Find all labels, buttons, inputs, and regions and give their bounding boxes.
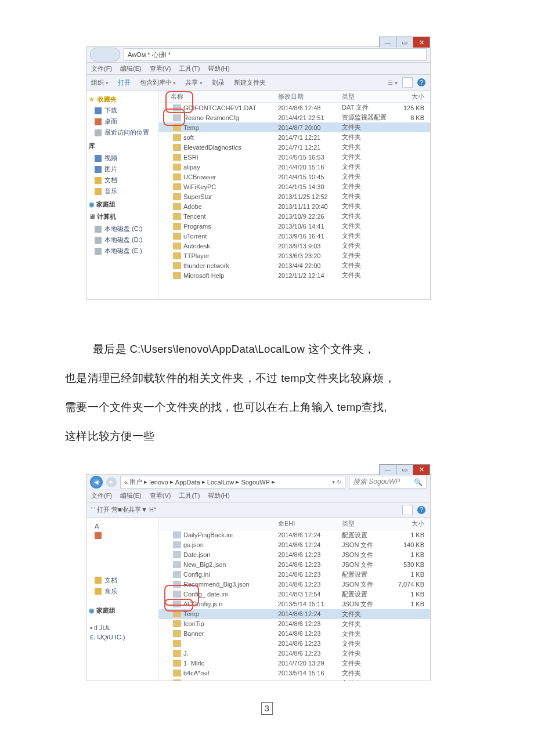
- file-type: 文件夹: [342, 162, 387, 171]
- col-type[interactable]: 类型: [342, 92, 387, 101]
- menu-edit[interactable]: 编辑(E): [120, 491, 142, 500]
- toolbar-burn[interactable]: 刻录: [212, 78, 225, 87]
- back-button[interactable]: ◄: [90, 476, 103, 489]
- file-row[interactable]: Icon2013/5/14 15:11文件夹: [159, 678, 430, 681]
- file-row[interactable]: UCBrowser2014/4/15 10:45文件夹: [159, 172, 430, 182]
- file-row[interactable]: GDIFONTCACHEV1.DAT2014/8/6 12:48DAT 文件12…: [159, 103, 430, 113]
- help-icon[interactable]: ?: [417, 506, 425, 514]
- menu-tools[interactable]: 工具(T): [179, 491, 200, 500]
- col-date[interactable]: 修改日期: [278, 92, 342, 101]
- file-row[interactable]: Resmo ResmonCfg2014/4/21 22:51资源监视器配置8 K…: [159, 113, 430, 122]
- col-size[interactable]: 大小: [387, 519, 430, 528]
- menu-file[interactable]: 文件(F): [91, 491, 112, 500]
- file-row[interactable]: b4cA*n«f2013/5/14 15:16文件夹: [159, 668, 430, 678]
- help-icon[interactable]: ?: [417, 78, 425, 86]
- sidebar-drive-d[interactable]: 本地磁盘 (D:): [88, 234, 157, 245]
- file-row[interactable]: Config_ date.ini2014/8/3 12:54配置设置1 KB: [159, 589, 430, 599]
- search-box[interactable]: 搜索 SogouWP 🔍: [349, 476, 427, 489]
- file-row[interactable]: New_Big2.json2014/8/6 12:23JSON 文件530 KB: [159, 560, 430, 570]
- sidebar-recent[interactable]: 最近访问的位置: [88, 127, 157, 138]
- minimize-button[interactable]: —: [379, 464, 396, 475]
- file-row[interactable]: IconTip2014/8/6 12:23文件夹: [159, 619, 430, 629]
- sidebar-downloads[interactable]: 下载: [88, 105, 157, 116]
- toolbar-include[interactable]: 包含到库中: [140, 78, 176, 87]
- sidebar-libraries[interactable]: 库: [89, 142, 157, 150]
- maximize-button[interactable]: ▭: [396, 37, 413, 48]
- file-row[interactable]: J.2014/8/6 12:23文件夹: [159, 649, 430, 659]
- maximize-button[interactable]: ▭: [396, 464, 413, 475]
- file-row[interactable]: gs.json2014/8/6 12:24JSON 文件140 KB: [159, 540, 430, 550]
- col-ehi[interactable]: 命EHI: [278, 519, 342, 528]
- sidebar-computer[interactable]: 🖥 计算机: [89, 212, 157, 221]
- file-row[interactable]: soft2014/7/1 12:21文件夹: [159, 132, 430, 142]
- preview-pane-icon[interactable]: [402, 77, 413, 88]
- menu-view[interactable]: 查看(V): [150, 64, 171, 73]
- sidebar-music[interactable]: 音乐: [88, 586, 157, 597]
- file-row[interactable]: Adobe2013/11/11 20:40文件夹: [159, 201, 430, 211]
- file-size: 1 KB: [387, 551, 430, 558]
- file-row[interactable]: ESRI2014/5/15 16:53文件夹: [159, 152, 430, 162]
- file-row[interactable]: ACConfig.js n2013/5/14 15:11JSON 文件1 KB: [159, 599, 430, 609]
- file-row[interactable]: uTorrent2013/9/16 16:41文件夹: [159, 231, 430, 241]
- file-row[interactable]: Config.ini2014/8/6 12:23配置设置1 KB: [159, 570, 430, 580]
- view-dropdown-icon[interactable]: ☰ ▾: [388, 79, 398, 86]
- file-row[interactable]: DailyPingBack.ini2014/8/6 12:24配置设置1 KB: [159, 530, 430, 540]
- file-date: 2012/11/2 12:14: [278, 272, 342, 279]
- file-row[interactable]: Tencent2013/10/9 22:26文件夹: [159, 211, 430, 221]
- file-row[interactable]: thunder network2013/4/4 22:00文件夹: [159, 261, 430, 270]
- sidebar-favorites[interactable]: ★收藏夹: [88, 94, 157, 105]
- file-row[interactable]: WiFiKeyPC2014/1/15 14:30文件夹: [159, 182, 430, 191]
- file-type: 文件夹: [342, 649, 387, 658]
- forward-button[interactable]: ►: [106, 477, 117, 487]
- toolbar-open[interactable]: 打开: [118, 78, 131, 87]
- file-row[interactable]: alipay2014/4/20 15:16文件夹: [159, 162, 430, 172]
- toolbar-organize[interactable]: 组织: [91, 78, 109, 87]
- preview-pane-icon[interactable]: [402, 505, 413, 515]
- sidebar-videos[interactable]: 视频: [88, 153, 157, 164]
- col-size[interactable]: 大小: [387, 92, 430, 101]
- file-row[interactable]: 2014/8/6 12:23文件夹: [159, 639, 430, 649]
- sidebar-drive-e[interactable]: 本地磁盘 (E:): [88, 245, 157, 256]
- file-row[interactable]: Date.json2014/8/6 12:23JSON 文件1 KB: [159, 550, 430, 560]
- sidebar-desktop[interactable]: 桌面: [88, 116, 157, 127]
- toolbar-share[interactable]: 共享: [185, 78, 203, 87]
- file-row[interactable]: Autodesk2013/9/13 9:03文件夹: [159, 241, 430, 251]
- back-forward-buttons[interactable]: [90, 48, 120, 62]
- sidebar-homegroup[interactable]: ◉ 家庭组: [89, 200, 157, 209]
- sidebar-ij[interactable]: £. IJQiU IC.): [88, 632, 157, 642]
- sidebar-homegroup[interactable]: ◉ 家庭组: [89, 606, 157, 615]
- menu-edit[interactable]: 编辑(E): [120, 64, 142, 73]
- file-row[interactable]: Recommend_Big3.json2014/8/6 12:23JSON 文件…: [159, 580, 430, 589]
- close-button[interactable]: ✕: [413, 464, 430, 475]
- sidebar-drive-c[interactable]: 本地磁盘 (C:): [88, 223, 157, 234]
- menu-help[interactable]: 帮助(H): [208, 64, 229, 73]
- sidebar-item-a[interactable]: A: [88, 522, 157, 531]
- address-box[interactable]: AwOм * 心册I *: [124, 48, 427, 61]
- minimize-button[interactable]: —: [379, 37, 396, 48]
- col-type[interactable]: 类型: [342, 519, 387, 528]
- sidebar-documents[interactable]: 文档: [88, 575, 157, 586]
- file-row[interactable]: SuperStar2013/11/25 12:52文件夹: [159, 191, 430, 201]
- breadcrumb[interactable]: « 用户 ▸ lenovo ▸ AppData ▸ LocalLow ▸ Sog…: [120, 476, 345, 489]
- sidebar-documents[interactable]: 文档: [88, 175, 157, 186]
- file-type: 文件夹: [342, 620, 387, 628]
- toolbar-newfolder[interactable]: 新建文件夹: [234, 78, 266, 87]
- sidebar-tf[interactable]: • tf JUL: [88, 623, 157, 632]
- sidebar-pictures[interactable]: 图片: [88, 164, 157, 175]
- file-row[interactable]: Banner2014/8/6 12:23文件夹: [159, 629, 430, 639]
- menu-view[interactable]: 查看(V): [150, 491, 171, 500]
- menu-file[interactable]: 文件(F): [91, 64, 112, 73]
- file-row[interactable]: Programs2013/10/6 14:41文件夹: [159, 221, 430, 231]
- file-row[interactable]: ElevatedDiagnostics2014/7/1 12:21文件夹: [159, 142, 430, 152]
- file-row[interactable]: TTPlayer2013/6/3 23:20文件夹: [159, 251, 430, 261]
- menu-help[interactable]: 帮助(H): [208, 491, 229, 500]
- file-row[interactable]: 1- Mirlc2014/7/20 13:29文件夹: [159, 659, 430, 668]
- file-row[interactable]: Temp2014/8/6 12:24文件夹: [159, 609, 430, 619]
- toolbar-open-2[interactable]: ' ' 打开 营■业共享▼ H*: [91, 505, 156, 514]
- sidebar-item-blank[interactable]: [88, 531, 157, 540]
- close-button[interactable]: ✕: [413, 37, 430, 48]
- sidebar-music[interactable]: 音乐: [88, 186, 157, 197]
- file-row[interactable]: Microsoft Help2012/11/2 12:14文件夹: [159, 270, 430, 280]
- menu-tools[interactable]: 工具(T): [179, 64, 200, 73]
- file-row[interactable]: Temp2014/8/7 20:00文件夹: [159, 122, 430, 132]
